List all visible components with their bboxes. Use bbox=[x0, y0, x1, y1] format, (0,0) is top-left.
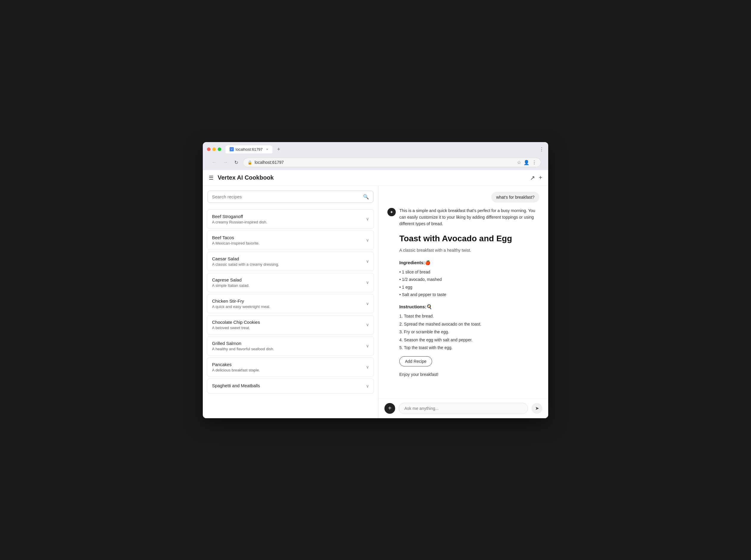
recipe-list-item[interactable]: Chocolate Chip Cookies A beloved sweet t… bbox=[207, 315, 374, 335]
chat-input-area: + ➤ bbox=[379, 398, 548, 418]
traffic-lights bbox=[207, 147, 221, 151]
assistant-content: This is a simple and quick breakfast tha… bbox=[399, 207, 539, 378]
recipe-info: Beef Stroganoff A creamy Russian-inspire… bbox=[212, 214, 267, 224]
recipe-list-item[interactable]: Caesar Salad A classic salad with a crea… bbox=[207, 252, 374, 271]
chevron-down-icon: ∨ bbox=[366, 343, 369, 348]
recipe-list-item[interactable]: Spaghetti and Meatballs ∨ bbox=[207, 379, 374, 394]
chevron-down-icon: ∨ bbox=[366, 322, 369, 327]
ingredient-item: • Salt and pepper to taste bbox=[399, 291, 539, 298]
maximize-traffic-light[interactable] bbox=[218, 147, 221, 151]
search-input[interactable] bbox=[212, 194, 360, 199]
browser-tab[interactable]: V localhost:61797 × bbox=[225, 145, 272, 154]
recipe-info: Chicken Stir-Fry A quick and easy weekni… bbox=[212, 298, 270, 309]
forward-button[interactable]: → bbox=[221, 159, 229, 166]
chevron-down-icon: ∨ bbox=[366, 259, 369, 264]
recipe-name: Pancakes bbox=[212, 362, 260, 367]
chevron-down-icon: ∨ bbox=[366, 280, 369, 285]
browser-more-button[interactable]: ⋮ bbox=[539, 146, 544, 152]
recipe-desc: A quick and easy weeknight meal. bbox=[212, 304, 270, 309]
recipe-desc: A healthy and flavorful seafood dish. bbox=[212, 347, 274, 351]
close-traffic-light[interactable] bbox=[207, 147, 210, 151]
recipe-subtitle: A classic breakfast with a healthy twist… bbox=[399, 247, 539, 254]
recipe-info: Caprese Salad A simple Italian salad. bbox=[212, 277, 249, 288]
recipe-list-item[interactable]: Beef Tacos A Mexican-inspired favorite. … bbox=[207, 231, 374, 250]
minimize-traffic-light[interactable] bbox=[212, 147, 216, 151]
ingredient-item: • 1 slice of bread bbox=[399, 269, 539, 275]
recipe-name: Caesar Salad bbox=[212, 256, 279, 261]
chat-messages: what's for breakfast? ✦ This is a simple… bbox=[379, 186, 548, 398]
instructions-heading: Instructions:🍳 bbox=[399, 303, 539, 311]
recipe-desc: A beloved sweet treat. bbox=[212, 325, 260, 330]
browser-menu-button[interactable]: ⋮ bbox=[532, 160, 536, 165]
recipe-name: Beef Stroganoff bbox=[212, 214, 267, 219]
search-icon: 🔍 bbox=[363, 194, 369, 200]
search-container: 🔍 bbox=[203, 186, 378, 205]
hamburger-menu-button[interactable]: ☰ bbox=[209, 175, 214, 181]
recipe-sidebar: 🔍 Beef Stroganoff A creamy Russian-inspi… bbox=[203, 186, 379, 418]
send-button[interactable]: ➤ bbox=[531, 403, 542, 414]
avatar-icon: ✦ bbox=[390, 210, 393, 215]
user-message-wrapper: what's for breakfast? bbox=[387, 192, 539, 203]
recipe-name: Chocolate Chip Cookies bbox=[212, 320, 260, 325]
instruction-item: 4. Season the egg with salt and pepper. bbox=[399, 337, 539, 343]
recipe-list-item[interactable]: Beef Stroganoff A creamy Russian-inspire… bbox=[207, 209, 374, 229]
assistant-intro: This is a simple and quick breakfast tha… bbox=[399, 207, 539, 227]
tab-title: localhost:61797 bbox=[236, 147, 263, 152]
recipe-desc: A delicious breakfast staple. bbox=[212, 368, 260, 372]
recipe-info: Caesar Salad A classic salad with a crea… bbox=[212, 256, 279, 266]
ingredient-item: • 1 egg bbox=[399, 284, 539, 291]
export-button[interactable]: ↗ bbox=[530, 174, 535, 181]
search-box[interactable]: 🔍 bbox=[207, 191, 373, 203]
assistant-message: ✦ This is a simple and quick breakfast t… bbox=[387, 207, 539, 378]
reload-button[interactable]: ↻ bbox=[232, 159, 240, 166]
header-actions: ↗ + bbox=[530, 174, 542, 181]
tab-close-button[interactable]: × bbox=[266, 147, 268, 151]
ingredient-item: • 1/2 avocado, mashed bbox=[399, 276, 539, 283]
back-button[interactable]: ← bbox=[210, 159, 218, 166]
recipe-list-item[interactable]: Grilled Salmon A healthy and flavorful s… bbox=[207, 336, 374, 356]
instruction-list: 1. Toast the bread.2. Spread the mashed … bbox=[399, 313, 539, 351]
recipe-list-item[interactable]: Pancakes A delicious breakfast staple. ∨ bbox=[207, 357, 374, 377]
new-chat-button[interactable]: + bbox=[539, 174, 542, 181]
chevron-down-icon: ∨ bbox=[366, 217, 369, 221]
chevron-down-icon: ∨ bbox=[366, 365, 369, 369]
recipe-list-item[interactable]: Caprese Salad A simple Italian salad. ∨ bbox=[207, 273, 374, 292]
chat-input[interactable] bbox=[399, 403, 528, 414]
instruction-item: 5. Top the toast with the egg. bbox=[399, 344, 539, 351]
ingredients-heading: Ingredients:🍎 bbox=[399, 259, 539, 266]
new-tab-button[interactable]: + bbox=[275, 145, 283, 154]
add-recipe-button[interactable]: Add Recipe bbox=[399, 356, 432, 366]
recipe-name: Grilled Salmon bbox=[212, 341, 274, 346]
recipe-name: Chicken Stir-Fry bbox=[212, 298, 270, 303]
chevron-down-icon: ∨ bbox=[366, 384, 369, 388]
address-bar: 🔒 localhost:61797 ☆ 👤 ⋮ bbox=[243, 158, 541, 167]
recipe-name: Spaghetti and Meatballs bbox=[212, 383, 260, 388]
user-message: what's for breakfast? bbox=[491, 192, 539, 203]
recipe-desc: A creamy Russian-inspired dish. bbox=[212, 220, 267, 224]
recipe-title: Toast with Avocado and Egg bbox=[399, 232, 539, 245]
tab-favicon: V bbox=[229, 147, 234, 151]
chevron-down-icon: ∨ bbox=[366, 238, 369, 242]
recipe-name: Beef Tacos bbox=[212, 235, 260, 240]
app-header: ☰ Vertex AI Cookbook ↗ + bbox=[203, 170, 548, 186]
add-attachment-button[interactable]: + bbox=[384, 403, 395, 414]
recipe-info: Grilled Salmon A healthy and flavorful s… bbox=[212, 341, 274, 351]
chat-panel: what's for breakfast? ✦ This is a simple… bbox=[379, 186, 548, 418]
recipe-list: Beef Stroganoff A creamy Russian-inspire… bbox=[203, 205, 378, 398]
recipe-name: Caprese Salad bbox=[212, 277, 249, 282]
instruction-item: 1. Toast the bread. bbox=[399, 313, 539, 319]
recipe-info: Spaghetti and Meatballs bbox=[212, 383, 260, 389]
recipe-info: Pancakes A delicious breakfast staple. bbox=[212, 362, 260, 372]
lock-icon: 🔒 bbox=[247, 160, 252, 165]
instruction-item: 2. Spread the mashed avocado on the toas… bbox=[399, 321, 539, 327]
recipe-list-item[interactable]: Chicken Stir-Fry A quick and easy weekni… bbox=[207, 294, 374, 313]
profile-button[interactable]: 👤 bbox=[524, 160, 529, 165]
recipe-info: Beef Tacos A Mexican-inspired favorite. bbox=[212, 235, 260, 245]
instruction-item: 3. Fry or scramble the egg. bbox=[399, 328, 539, 335]
chevron-down-icon: ∨ bbox=[366, 301, 369, 306]
app-title: Vertex AI Cookbook bbox=[218, 174, 273, 181]
url-text: localhost:61797 bbox=[255, 160, 284, 165]
bookmark-button[interactable]: ☆ bbox=[517, 160, 521, 165]
enjoy-message: Enjoy your breakfast! bbox=[399, 371, 539, 378]
recipe-desc: A Mexican-inspired favorite. bbox=[212, 241, 260, 245]
